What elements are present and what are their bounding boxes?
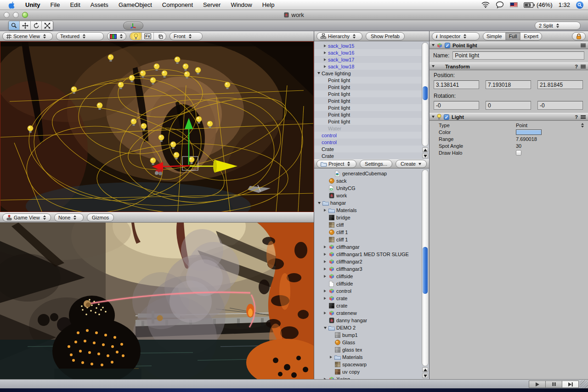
context-menu-icon[interactable]: [581, 117, 586, 118]
project-item-control[interactable]: control: [314, 287, 429, 295]
collapsed-arrow-icon[interactable]: [330, 356, 332, 358]
project-item-spacewarp[interactable]: spacewarp: [314, 361, 429, 368]
move-tool-button[interactable]: [20, 21, 31, 30]
play-button[interactable]: [529, 381, 546, 388]
effects-toggle[interactable]: Fx: [142, 33, 154, 40]
menu-item-unity[interactable]: Unity: [20, 1, 45, 8]
window-title-bar[interactable]: work: [0, 10, 588, 20]
mode-segment-full[interactable]: Full: [506, 33, 521, 40]
project-item-glass-tex[interactable]: glass tex: [314, 346, 429, 353]
position-x-field[interactable]: [434, 80, 479, 89]
pivot-handle-button[interactable]: [123, 22, 143, 30]
project-item-bridge[interactable]: bridge: [314, 214, 429, 221]
project-item-sack[interactable]: sack: [314, 177, 429, 185]
project-item-cliff-1[interactable]: cliff 1: [314, 236, 429, 243]
show-prefab-button[interactable]: Show Prefab: [366, 32, 405, 40]
expanded-arrow-icon[interactable]: [317, 72, 320, 74]
scroll-down-button[interactable]: [422, 373, 428, 378]
position-z-field[interactable]: [537, 80, 583, 89]
apple-menu[interactable]: [3, 1, 20, 9]
inspector-popup[interactable]: i Inspector: [432, 32, 480, 40]
project-item-bump1[interactable]: bump1: [314, 331, 429, 339]
collapsed-arrow-icon[interactable]: [324, 275, 326, 278]
context-menu-icon[interactable]: [581, 45, 586, 46]
scroll-up-button[interactable]: [422, 147, 428, 152]
mode-segment-simple[interactable]: Simple: [483, 33, 506, 40]
rotation-y-field[interactable]: [486, 101, 531, 110]
color-swatch[interactable]: [516, 129, 542, 135]
collapsed-arrow-icon[interactable]: [324, 297, 326, 300]
prop-value[interactable]: Point: [516, 123, 527, 128]
collapsed-arrow-icon[interactable]: [324, 246, 326, 248]
light-header[interactable]: Light ?: [430, 113, 588, 121]
collapsed-arrow-icon[interactable]: [324, 253, 326, 256]
settings-button[interactable]: Settings...: [360, 160, 392, 168]
collapsed-arrow-icon[interactable]: [324, 65, 326, 68]
menu-item-gameobject[interactable]: GameObject: [113, 1, 157, 8]
hierarchy-item-sack_low17[interactable]: sack_low17: [314, 56, 429, 63]
hierarchy-item-point-light[interactable]: Point light: [314, 77, 429, 84]
hierarchy-item-sack_low18[interactable]: sack_low18: [314, 63, 429, 70]
collapsed-arrow-icon[interactable]: [324, 209, 326, 212]
enabled-checkbox[interactable]: [444, 114, 449, 120]
scroll-down-button[interactable]: [422, 153, 428, 158]
scrollbar-track[interactable]: [422, 42, 429, 146]
close-button[interactable]: [4, 12, 10, 18]
project-item-work[interactable]: work: [314, 192, 429, 199]
gizmos-button[interactable]: Gizmos: [87, 213, 114, 222]
scrollbar-track[interactable]: [422, 169, 429, 366]
hierarchy-item-control[interactable]: control: [314, 132, 429, 139]
game-object-header[interactable]: Point light: [430, 41, 588, 49]
project-item-cliffhangar[interactable]: cliffhangar: [314, 243, 429, 251]
pause-button[interactable]: [545, 381, 562, 388]
project-popup[interactable]: Project: [317, 160, 356, 168]
window-resize-grip[interactable]: [580, 380, 588, 388]
scene-viewport[interactable]: [0, 41, 314, 212]
name-input[interactable]: [452, 51, 584, 60]
menu-item-file[interactable]: File: [45, 1, 65, 8]
hierarchy-item-point-light[interactable]: Point light: [314, 118, 429, 125]
collapsed-arrow-icon[interactable]: [324, 45, 326, 47]
hierarchy-item-point-light[interactable]: Point light: [314, 90, 429, 97]
scale-tool-button[interactable]: [42, 21, 53, 30]
project-item-danny-hangar[interactable]: danny hangar: [314, 317, 429, 324]
scrollbar-thumb[interactable]: [423, 86, 428, 100]
step-button[interactable]: [562, 381, 579, 388]
project-item-hangar[interactable]: hangar: [314, 199, 429, 207]
zoom-button[interactable]: [22, 12, 28, 18]
pan-tool-button[interactable]: [9, 21, 20, 30]
aspect-popup[interactable]: None: [54, 213, 84, 222]
us-flag-icon[interactable]: [510, 2, 518, 7]
mode-segment-expert[interactable]: Expert: [520, 33, 542, 40]
rotation-z-field[interactable]: [537, 101, 583, 110]
hierarchy-item-point-light[interactable]: Point light: [314, 111, 429, 118]
shading-mode-popup[interactable]: Textured: [56, 32, 104, 40]
menu-item-component[interactable]: Component: [157, 1, 198, 8]
scrollbar-thumb[interactable]: [423, 247, 428, 294]
spotlight-icon[interactable]: [576, 1, 583, 9]
rotate-tool-button[interactable]: [31, 21, 42, 30]
collapsed-arrow-icon[interactable]: [324, 312, 326, 314]
hierarchy-item-sack_low15[interactable]: sack_low15: [314, 42, 429, 49]
game-view-popup[interactable]: Game View: [2, 213, 51, 222]
project-item-glass[interactable]: Glass: [314, 339, 429, 346]
menu-item-edit[interactable]: Edit: [65, 1, 85, 8]
project-item-cliff[interactable]: cliff: [314, 221, 429, 229]
project-item-cliffside[interactable]: cliffside: [314, 280, 429, 287]
type-stepper-icon[interactable]: [581, 123, 584, 128]
camera-angle-popup[interactable]: Front: [170, 32, 203, 40]
hierarchy-popup[interactable]: Hierarchy: [317, 32, 362, 40]
project-item-cliff-1[interactable]: cliff 1: [314, 229, 429, 236]
hierarchy-item-cave-lighting[interactable]: Cave lighting: [314, 70, 429, 77]
expanded-arrow-icon[interactable]: [324, 327, 327, 329]
layout-split-popup[interactable]: 2 Split: [535, 22, 581, 30]
rotation-x-field[interactable]: [434, 101, 479, 110]
lock-button[interactable]: [572, 32, 586, 40]
project-item-unitycg[interactable]: UnityCG: [314, 185, 429, 192]
scene-view-popup[interactable]: Scene View: [2, 32, 53, 40]
collapsed-arrow-icon[interactable]: [324, 51, 326, 54]
project-item-cliffhangar2[interactable]: cliffhangar2: [314, 258, 429, 265]
color-channels-popup[interactable]: [107, 32, 126, 40]
project-item-crate[interactable]: crate: [314, 295, 429, 302]
project-item-xwing[interactable]: Xwing: [314, 375, 429, 379]
